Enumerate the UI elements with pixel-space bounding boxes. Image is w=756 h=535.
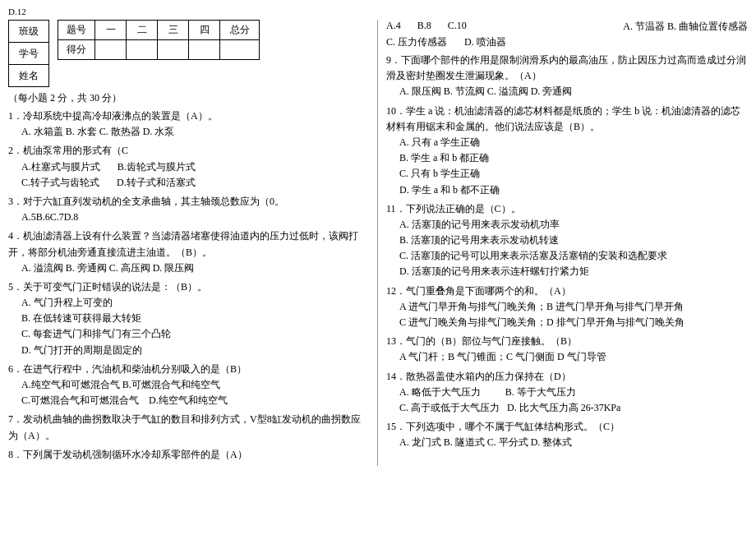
question-7: 7．发动机曲轴的曲拐数取决于气缸的数目和排列方式，V型8缸发动机的曲拐数应为（A…: [8, 412, 369, 443]
q6-text: 6．在进气行程中，汽油机和柴油机分别吸入的是（B）: [8, 363, 247, 375]
score-header-2: 二: [127, 21, 158, 40]
q5-opt-a: A. 气门升程上可变的: [21, 295, 369, 311]
q3-options: A.5B.6C.7D.8: [21, 210, 369, 225]
opt-b8: B.8: [417, 20, 431, 32]
q1-options: A. 水箱盖 B. 水套 C. 散热器 D. 水泵: [21, 124, 369, 140]
question-1: 1．冷却系统中提高冷却液沸点的装置是（A）。 A. 水箱盖 B. 水套 C. 散…: [8, 108, 369, 140]
right-second-line: C. 压力传感器 D. 喷油器: [386, 35, 748, 49]
q10-text: 10．学生 a 说：机油滤清器的滤芯材料都是纸质的；学生 b 说：机油滤清器的滤…: [386, 105, 740, 132]
q10-opt-d: D. 学生 a 和 b 都不正确: [399, 182, 748, 198]
question-11: 11．下列说法正确的是（C）。 A. 活塞顶的记号用来表示发动机功率 B. 活塞…: [386, 201, 748, 280]
q11-opt-a: A. 活塞顶的记号用来表示发动机功率: [399, 217, 748, 233]
question-4: 4．机油滤清器上设有什么装置？当滤清器堵塞使得油道内的压力过低时，该阀打开，将部…: [8, 228, 369, 276]
score-table-wrapper: 题号 一 二 三 四 总分 得分: [58, 20, 260, 86]
q4-options: A. 溢流阀 B. 旁通阀 C. 高压阀 D. 限压阀: [21, 261, 369, 276]
name-box: 姓名: [8, 64, 49, 87]
q5-text: 5．关于可变气门正时错误的说法是：（B）。: [8, 281, 207, 293]
class-box: 班级: [8, 20, 49, 43]
q15-options: A. 龙门式 B. 隧道式 C. 平分式 D. 整体式: [399, 435, 748, 450]
q14-opt-cd: C. 高于或低于大气压力 D. 比大气压力高 26-37KPa: [399, 400, 748, 416]
q11-opt-b: B. 活塞顶的记号用来表示发动机转速: [399, 233, 748, 248]
question-5: 5．关于可变气门正时错误的说法是：（B）。 A. 气门升程上可变的 B. 在低转…: [8, 279, 369, 358]
q5-opt-b: B. 在低转速可获得最大转矩: [21, 311, 369, 326]
q14-text: 14．散热器盖使水箱内的压力保持在（D）: [386, 371, 571, 382]
info-boxes: 班级 学号 姓名: [8, 20, 49, 86]
instructions: （每小题 2 分，共 30 分）: [8, 91, 369, 105]
q2-opt-cd: C.转子式与齿轮式 D.转子式和活塞式: [21, 175, 369, 191]
questions-left: 1．冷却系统中提高冷却液沸点的装置是（A）。 A. 水箱盖 B. 水套 C. 散…: [8, 108, 369, 463]
q11-opt-d: D. 活塞顶的记号用来表示连杆螺钉拧紧力矩: [399, 264, 748, 279]
q15-text: 15．下列选项中，哪个不属于气缸体结构形式。（C）: [386, 421, 620, 432]
q4-text: 4．机油滤清器上设有什么装置？当滤清器堵塞使得油道内的压力过低时，该阀打开，将部…: [8, 230, 358, 257]
q9-options: A. 限压阀 B. 节流阀 C. 溢流阀 D. 旁通阀: [399, 84, 748, 99]
q3-text: 3．对于六缸直列发动机的全支承曲轴，其主轴颈总数应为（0。: [8, 196, 284, 207]
score-cell-3: [158, 40, 189, 60]
question-9: 9．下面哪个部件的作用是限制润滑系内的最高油压，防止因压力过高而造成过分润滑及密…: [386, 53, 748, 100]
question-8: 8．下列属于发动机强制循环水冷却系零部件的是（A）: [8, 447, 369, 463]
score-cell-2: [127, 40, 158, 60]
opt-a4: A.4: [386, 20, 401, 32]
left-panel: 班级 学号 姓名 题号 一 二 三 四 总分 得分: [8, 20, 378, 466]
score-header-3: 三: [158, 21, 189, 40]
question-2: 2．机油泵常用的形式有（C A.柱塞式与膜片式 B.齿轮式与膜片式 C.转子式与…: [8, 143, 369, 191]
page-label: D.12: [8, 7, 748, 16]
right-top-options: A.4 B.8 C.10: [386, 20, 467, 32]
q13-text: 13．气门的（B）部位与气门座接触。（B）: [386, 335, 577, 347]
question-12: 12．气门重叠角是下面哪两个的和。（A） A 进气门早开角与排气门晚关角；B 进…: [386, 284, 748, 331]
q5-opt-d: D. 气门打开的周期是固定的: [21, 343, 369, 358]
q11-text: 11．下列说法正确的是（C）。: [386, 203, 521, 214]
q10-opt-a: A. 只有 a 学生正确: [399, 135, 748, 150]
q1-text: 1．冷却系统中提高冷却液沸点的装置是（A）。: [8, 110, 218, 122]
score-cell-4: [189, 40, 220, 60]
q12-text: 12．气门重叠角是下面哪两个的和。（A）: [386, 285, 571, 297]
q6-opt-ab: A.纯空气和可燃混合气 B.可燃混合气和纯空气: [21, 377, 369, 393]
q8-text: 8．下列属于发动机强制循环水冷却系零部件的是（A）: [8, 449, 247, 460]
q10-opt-b: B. 学生 a 和 b 都正确: [399, 150, 748, 166]
question-6: 6．在进气行程中，汽油机和柴油机分别吸入的是（B） A.纯空气和可燃混合气 B.…: [8, 362, 369, 409]
q11-opt-c: C. 活塞顶的记号可以用来表示活塞及活塞销的安装和选配要求: [399, 248, 748, 264]
q14-opt-ab: A. 略低于大气压力 B. 等于大气压力: [399, 385, 748, 400]
score-header-4: 四: [189, 21, 220, 40]
score-table: 题号 一 二 三 四 总分 得分: [58, 20, 260, 60]
score-header-num: 题号: [58, 21, 95, 40]
question-10: 10．学生 a 说：机油滤清器的滤芯材料都是纸质的；学生 b 说：机油滤清器的滤…: [386, 104, 748, 198]
q12-opt-cd: C 进气门晚关角与排气门晚关角；D 排气门早开角与排气门晚关角: [399, 315, 748, 330]
opt-c10: C.10: [448, 20, 467, 32]
student-id-box: 学号: [8, 42, 49, 65]
score-cell-1: [95, 40, 127, 60]
score-row-label: 得分: [58, 40, 95, 60]
question-3: 3．对于六缸直列发动机的全支承曲轴，其主轴颈总数应为（0。 A.5B.6C.7D…: [8, 194, 369, 225]
q13-options: A 气门杆；B 气门锥面；C 气门侧面 D 气门导管: [399, 349, 748, 365]
question-13: 13．气门的（B）部位与气门座接触。（B） A 气门杆；B 气门锥面；C 气门侧…: [386, 334, 748, 365]
q7-text: 7．发动机曲轴的曲拐数取决于气缸的数目和排列方式，V型8缸发动机的曲拐数应为（A…: [8, 413, 361, 440]
right-top-hint: A. 节温器 B. 曲轴位置传感器: [623, 20, 748, 34]
question-15: 15．下列选项中，哪个不属于气缸体结构形式。（C） A. 龙门式 B. 隧道式 …: [386, 419, 748, 450]
score-cell-total: [220, 40, 260, 60]
q6-opt-cd: C.可燃混合气和可燃混合气 D.纯空气和纯空气: [21, 393, 369, 408]
score-header-1: 一: [95, 21, 127, 40]
right-panel: A.4 B.8 C.10 A. 节温器 B. 曲轴位置传感器 C. 压力传感器 …: [378, 20, 748, 466]
q5-opt-c: C. 每套进气门和排气门有三个凸轮: [21, 326, 369, 342]
q12-opt-ab: A 进气门早开角与排气门晚关角；B 进气门早开角与排气门早开角: [399, 299, 748, 315]
q9-text: 9．下面哪个部件的作用是限制润滑系内的最高油压，防止因压力过高而造成过分润滑及密…: [386, 54, 746, 81]
question-14: 14．散热器盖使水箱内的压力保持在（D） A. 略低于大气压力 B. 等于大气压…: [386, 369, 748, 417]
q2-opt-ab: A.柱塞式与膜片式 B.齿轮式与膜片式: [21, 159, 369, 175]
q10-opt-c: C. 只有 b 学生正确: [399, 166, 748, 182]
q2-text: 2．机油泵常用的形式有（C: [8, 145, 128, 156]
score-header-total: 总分: [220, 21, 260, 40]
questions-right: 9．下面哪个部件的作用是限制润滑系内的最高油压，防止因压力过高而造成过分润滑及密…: [386, 53, 748, 451]
